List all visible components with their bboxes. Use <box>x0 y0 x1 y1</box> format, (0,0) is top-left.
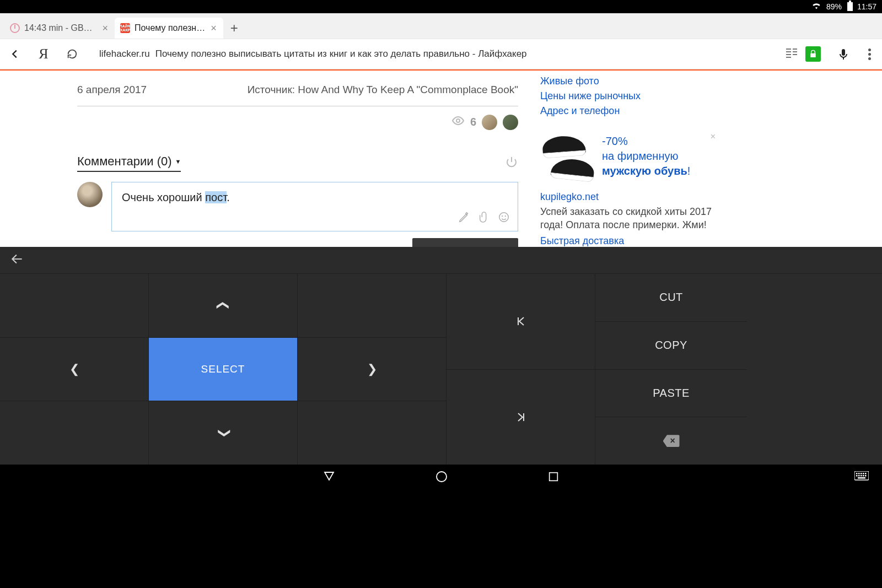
views-row: 6 <box>77 106 518 138</box>
nav-home-button[interactable] <box>435 470 448 485</box>
arrow-right-key[interactable]: ❯ <box>298 338 446 402</box>
browser-chrome: 14:43 min - GBo… × ЛАЙФХАКР Почему полез… <box>0 13 882 71</box>
submit-comment-button[interactable]: Комментировать <box>412 238 518 247</box>
keyboard-back-button[interactable] <box>10 252 24 268</box>
copy-key[interactable]: COPY <box>595 322 747 370</box>
svg-point-4 <box>437 472 447 482</box>
kb-empty <box>0 274 148 338</box>
reload-button[interactable] <box>63 45 82 63</box>
comment-input[interactable]: Очень хороший пост. <box>111 182 518 231</box>
user-avatar[interactable] <box>77 182 103 207</box>
omnibox[interactable]: lifehacker.ru Почему полезно выписывать … <box>92 43 824 65</box>
kb-col-actions: CUT COPY PASTE <box>595 274 747 465</box>
viewer-avatar-1[interactable] <box>482 115 497 130</box>
clock: 11:57 <box>857 2 876 11</box>
svg-rect-17 <box>858 477 865 479</box>
views-count: 6 <box>470 116 476 128</box>
viewer-avatar-2[interactable] <box>503 115 518 130</box>
ad-description: Успей заказать со скидкой хиты 2017 года… <box>540 205 717 232</box>
emoji-icon[interactable] <box>498 211 510 225</box>
article-date: 6 апреля 2017 <box>77 84 147 96</box>
paste-key[interactable]: PASTE <box>595 370 747 418</box>
jump-start-key[interactable] <box>447 274 595 370</box>
svg-rect-10 <box>863 473 864 474</box>
nav-recent-button[interactable] <box>547 471 560 485</box>
power-icon[interactable] <box>505 155 518 171</box>
ad-close-icon[interactable]: × <box>711 132 716 142</box>
keyboard-edit-panel: ❮ ❮ SELECT ❮ ❯ CUT COPY PASTE <box>0 247 882 465</box>
comment-tools <box>458 211 510 225</box>
backspace-key[interactable] <box>595 417 747 465</box>
kb-empty <box>298 401 446 465</box>
back-button[interactable] <box>6 45 24 63</box>
submit-row: Комментировать <box>77 238 518 247</box>
select-key[interactable]: SELECT <box>149 338 297 401</box>
new-tab-button[interactable]: + <box>223 18 245 39</box>
svg-rect-14 <box>861 475 862 477</box>
svg-point-3 <box>505 216 505 217</box>
sidebar-link-3[interactable]: Адрес и телефон <box>540 104 717 118</box>
tab-strip: 14:43 min - GBo… × ЛАЙФХАКР Почему полез… <box>0 13 882 39</box>
comments-header: Комментарии (0) ▼ <box>77 138 518 172</box>
jump-end-key[interactable] <box>447 370 595 465</box>
kb-col-left: ❮ <box>0 274 149 465</box>
article-column: 6 апреля 2017 Источник: How And Why To K… <box>11 71 540 247</box>
comment-text: Очень хороший пост. <box>122 191 230 203</box>
article-meta: 6 апреля 2017 Источник: How And Why To K… <box>77 75 518 106</box>
address-bar-row: Я lifehacker.ru Почему полезно выписыват… <box>0 39 882 69</box>
reader-mode-icon[interactable] <box>783 48 800 60</box>
overflow-menu-button[interactable] <box>863 48 876 60</box>
svg-rect-11 <box>865 473 867 474</box>
caret-down-icon: ▼ <box>175 158 181 165</box>
selected-text: пост <box>205 191 227 203</box>
keyboard-toolbar <box>0 247 882 273</box>
ad-extra[interactable]: Быстрая доставка <box>540 234 717 247</box>
kb-empty <box>298 274 446 338</box>
battery-percent: 89% <box>826 2 842 11</box>
cut-key[interactable]: CUT <box>595 274 747 322</box>
android-status-bar: 89% 11:57 <box>0 0 882 13</box>
comment-compose-row: Очень хороший пост. <box>77 182 518 231</box>
ad-image <box>540 134 595 189</box>
tab-2-active[interactable]: ЛАЙФХАКР Почему полезн… × <box>115 18 223 39</box>
nav-keyboard-button[interactable] <box>854 471 869 484</box>
select-key-wrap: SELECT <box>149 338 297 402</box>
yandex-logo[interactable]: Я <box>34 45 53 63</box>
tab-1[interactable]: 14:43 min - GBo… × <box>4 18 115 39</box>
svg-point-0 <box>456 119 460 122</box>
sidebar-link-2[interactable]: Цены ниже рыночных <box>540 89 717 104</box>
battery-icon <box>847 2 853 11</box>
svg-point-2 <box>502 216 503 217</box>
tab-label: Почему полезн… <box>135 23 205 33</box>
svg-point-1 <box>499 213 509 222</box>
kb-col-center: ❮ SELECT ❮ <box>149 274 298 465</box>
arrow-down-key[interactable]: ❮ <box>149 401 297 465</box>
kb-empty <box>0 401 148 465</box>
attachment-icon[interactable] <box>478 211 490 225</box>
svg-rect-8 <box>858 473 860 474</box>
close-icon[interactable]: × <box>209 23 218 34</box>
svg-rect-15 <box>863 475 864 477</box>
pencil-icon[interactable] <box>458 211 470 225</box>
arrow-left-key[interactable]: ❮ <box>0 338 148 402</box>
ad-headline: -70% на фирменную мужскую обувь! <box>602 134 690 189</box>
omnibox-title: Почему полезно выписывать цитаты из книг… <box>155 48 527 60</box>
svg-rect-5 <box>550 473 558 481</box>
page-content[interactable]: 6 апреля 2017 Источник: How And Why To K… <box>0 71 882 247</box>
tab-label: 14:43 min - GBo… <box>24 23 96 33</box>
close-icon[interactable]: × <box>101 23 109 34</box>
lock-icon[interactable] <box>805 46 821 62</box>
article-source: Источник: How And Why To Keep A "Commonp… <box>248 84 518 96</box>
eye-icon <box>451 114 465 130</box>
arrow-up-key[interactable]: ❮ <box>149 274 297 338</box>
nav-back-button[interactable] <box>322 470 336 485</box>
ad-domain[interactable]: kupilegko.net <box>540 191 717 203</box>
svg-rect-7 <box>856 473 858 474</box>
lifehacker-favicon: ЛАЙФХАКР <box>120 23 130 33</box>
sidebar-link-1[interactable]: Живые фото <box>540 74 717 89</box>
kb-col-jump <box>447 274 595 465</box>
comments-title[interactable]: Комментарии (0) ▼ <box>77 154 181 172</box>
voice-search-button[interactable] <box>834 45 853 63</box>
ad-block[interactable]: × -70% на фирменную мужскую обувь! kupil… <box>540 134 717 247</box>
sidebar-ads: Живые фото Цены ниже рыночных Адрес и те… <box>540 71 717 247</box>
